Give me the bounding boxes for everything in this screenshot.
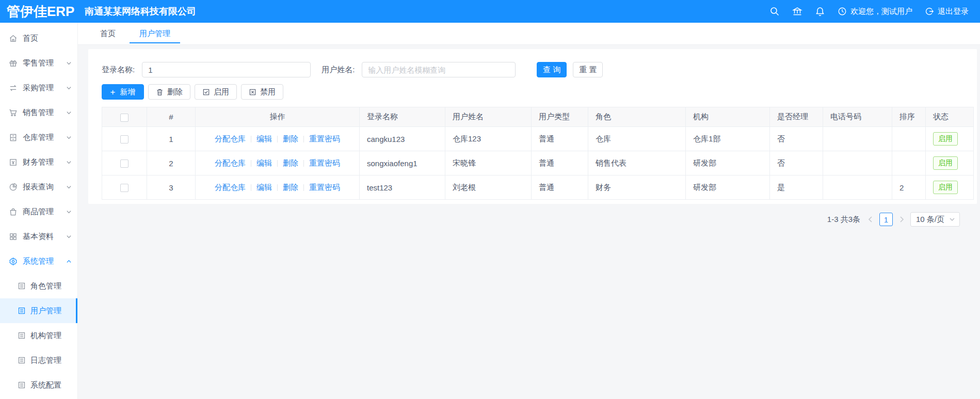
- login-name-input[interactable]: [142, 62, 311, 77]
- cell-name: 宋晓锋: [445, 151, 532, 175]
- next-page-icon[interactable]: [897, 215, 906, 224]
- table-row: 3 分配仓库编辑删除重置密码 test123 刘老根 普通 财务 研发部 是 2: [102, 175, 974, 200]
- edit-link[interactable]: 编辑: [256, 158, 272, 167]
- delete-button[interactable]: 删除: [148, 84, 190, 100]
- status-badge[interactable]: 启用: [933, 156, 958, 170]
- row-checkbox[interactable]: [120, 184, 128, 192]
- delete-link[interactable]: 删除: [283, 134, 298, 143]
- reset-button[interactable]: 重 置: [573, 62, 603, 77]
- row-index: 1: [147, 127, 196, 151]
- home-icon: [9, 34, 18, 43]
- sidebar-item-basic-data[interactable]: 基本资料: [0, 224, 77, 249]
- sidebar-item-user-mgmt[interactable]: 用户管理: [0, 298, 77, 323]
- sidebar-item-retail[interactable]: 零售管理: [0, 51, 77, 75]
- bell-icon[interactable]: [815, 6, 825, 17]
- chevron-up-icon: [66, 259, 72, 264]
- tab-bar: 首页 用户管理: [78, 23, 980, 45]
- user-table: # 操作 登录名称 用户姓名 用户类型 角色 机构 是否经理 电话号码 排序 状…: [102, 107, 974, 200]
- sidebar-item-purchase[interactable]: 采购管理: [0, 75, 77, 100]
- sidebar-item-finance[interactable]: 财务管理: [0, 150, 77, 174]
- cell-phone: [823, 151, 892, 175]
- reset-password-link[interactable]: 重置密码: [309, 183, 340, 191]
- sidebar-item-log-mgmt[interactable]: 日志管理: [0, 348, 77, 373]
- row-operations: 分配仓库编辑删除重置密码: [196, 127, 360, 151]
- enable-button-label: 启用: [214, 87, 229, 97]
- assign-warehouse-link[interactable]: 分配仓库: [215, 134, 246, 143]
- company-name: 南通某某网络科技有限公司: [85, 5, 196, 18]
- divider: [277, 136, 278, 142]
- row-operations: 分配仓库编辑删除重置密码: [196, 175, 360, 200]
- cabinet-icon: [9, 133, 18, 142]
- cell-type: 普通: [532, 151, 588, 175]
- cell-sort: [892, 127, 926, 151]
- sidebar-item-reports[interactable]: 报表查询: [0, 174, 77, 199]
- pagination: 1-3 共3条 1 10 条/页: [88, 212, 960, 227]
- tab-home[interactable]: 首页: [88, 23, 127, 44]
- table-row: 2 分配仓库编辑删除重置密码 songxiaofeng1 宋晓锋 普通 销售代表…: [102, 151, 974, 175]
- delete-link[interactable]: 删除: [283, 183, 298, 191]
- edit-link[interactable]: 编辑: [256, 134, 272, 143]
- sidebar-item-sales[interactable]: 销售管理: [0, 100, 77, 125]
- page-size-select[interactable]: 10 条/页: [910, 212, 960, 227]
- sidebar-item-goods[interactable]: 商品管理: [0, 199, 77, 224]
- sidebar-item-label: 基本资料: [23, 232, 54, 242]
- grid-icon: [9, 232, 18, 241]
- search-icon[interactable]: [769, 6, 780, 17]
- col-user-name: 用户姓名: [445, 107, 532, 127]
- sidebar-item-label: 用户管理: [30, 306, 61, 316]
- search-button[interactable]: 查 询: [537, 62, 567, 77]
- cell-role: 财务: [588, 175, 686, 200]
- sidebar-item-label: 仓库管理: [23, 133, 54, 142]
- chevron-down-icon: [66, 209, 72, 215]
- col-role: 角色: [588, 107, 686, 127]
- welcome-text: 欢迎您，测试用户: [850, 7, 912, 17]
- cart-icon: [9, 108, 18, 117]
- sidebar-item-warehouse[interactable]: 仓库管理: [0, 125, 77, 150]
- cell-org: 仓库1部: [686, 127, 770, 151]
- assign-warehouse-link[interactable]: 分配仓库: [215, 158, 246, 167]
- sidebar-item-role-mgmt[interactable]: 角色管理: [0, 274, 77, 298]
- reset-password-link[interactable]: 重置密码: [309, 134, 340, 143]
- prev-page-icon[interactable]: [866, 215, 875, 224]
- reset-password-link[interactable]: 重置密码: [309, 158, 340, 167]
- status-badge[interactable]: 启用: [933, 181, 958, 194]
- divider: [303, 136, 304, 142]
- sidebar-item-label: 商品管理: [23, 207, 54, 217]
- cell-type: 普通: [532, 127, 588, 151]
- divider: [277, 184, 278, 191]
- page-number-button[interactable]: 1: [879, 213, 893, 226]
- bank-icon[interactable]: [792, 6, 802, 17]
- sidebar-item-org-mgmt[interactable]: 机构管理: [0, 323, 77, 348]
- col-operations: 操作: [196, 107, 360, 127]
- assign-warehouse-link[interactable]: 分配仓库: [215, 183, 246, 191]
- col-sort: 排序: [892, 107, 926, 127]
- edit-link[interactable]: 编辑: [256, 183, 272, 191]
- add-button[interactable]: + 新增: [102, 84, 144, 100]
- gear-icon: [9, 257, 18, 266]
- welcome-user[interactable]: 欢迎您，测试用户: [838, 7, 912, 17]
- tab-user-mgmt[interactable]: 用户管理: [127, 23, 182, 44]
- tab-label: 首页: [100, 29, 116, 39]
- user-name-input[interactable]: [362, 62, 516, 77]
- toolbar: + 新增 删除 启用: [102, 84, 963, 100]
- delete-link[interactable]: 删除: [283, 158, 298, 167]
- row-checkbox[interactable]: [120, 135, 128, 143]
- enable-button[interactable]: 启用: [195, 84, 237, 100]
- disable-button[interactable]: 禁用: [241, 84, 283, 100]
- sidebar-item-system-config[interactable]: 系统配置: [0, 373, 77, 397]
- sidebar-item-home[interactable]: 首页: [0, 26, 77, 51]
- col-user-type: 用户类型: [532, 107, 588, 127]
- sidebar-item-system[interactable]: 系统管理: [0, 249, 77, 274]
- status-badge[interactable]: 启用: [933, 132, 958, 146]
- select-all-checkbox[interactable]: [120, 114, 128, 122]
- tab-label: 用户管理: [139, 29, 170, 39]
- document-icon: [18, 356, 26, 364]
- cell-org: 研发部: [686, 151, 770, 175]
- sidebar-item-label: 角色管理: [30, 281, 61, 291]
- table-header-row: # 操作 登录名称 用户姓名 用户类型 角色 机构 是否经理 电话号码 排序 状…: [102, 107, 974, 127]
- filter-row: 登录名称: 用户姓名: 查 询 重 置: [102, 62, 963, 77]
- row-checkbox[interactable]: [120, 159, 128, 168]
- logout-button[interactable]: 退出登录: [925, 7, 969, 17]
- row-operations: 分配仓库编辑删除重置密码: [196, 151, 360, 175]
- page-size-value: 10 条/页: [916, 215, 944, 225]
